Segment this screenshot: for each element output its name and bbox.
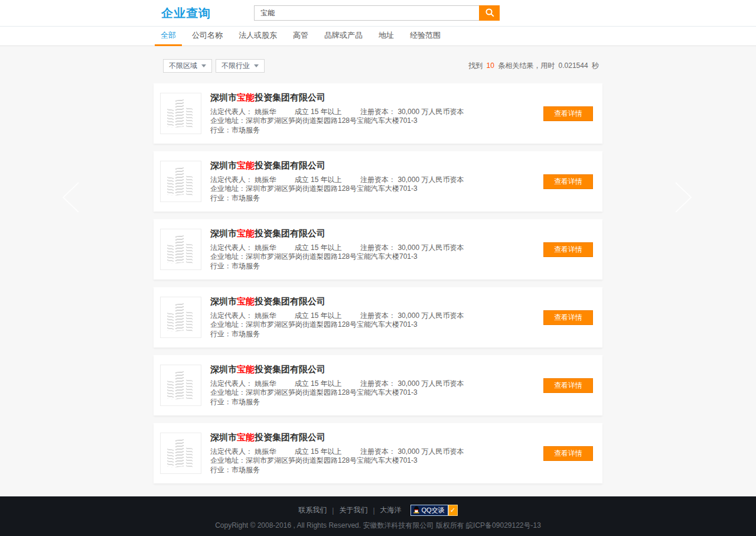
region-filter-dropdown[interactable]: 不限区域 <box>163 59 212 73</box>
app-logo[interactable]: 企业查询 <box>161 5 211 21</box>
company-address-row: 企业地址：深圳市罗湖区笋岗街道梨园路128号宝能汽车大楼701-3 <box>210 116 543 126</box>
founded-years: 成立 15 年以上 <box>295 311 342 320</box>
registered-capital: 注册资本： 30,000 万人民币资本 <box>360 243 464 252</box>
company-info: 深圳市宝能投资集团有限公司 法定代表人： 姚振华 成立 15 年以上 注册资本：… <box>201 364 543 407</box>
tab-item[interactable]: 全部 <box>155 27 182 46</box>
company-info: 深圳市宝能投资集团有限公司 法定代表人： 姚振华 成立 15 年以上 注册资本：… <box>201 92 543 135</box>
footer-link-about[interactable]: 关于我们 <box>339 505 367 515</box>
founded-years: 成立 15 年以上 <box>295 447 342 456</box>
company-meta-row: 法定代表人： 姚振华 成立 15 年以上 注册资本： 30,000 万人民币资本 <box>210 311 543 321</box>
search-input[interactable] <box>254 5 479 21</box>
company-building-icon <box>160 93 201 134</box>
legal-representative: 法定代表人： 姚振华 <box>210 311 276 320</box>
summary-found-label: 找到 <box>468 61 483 70</box>
company-name[interactable]: 深圳市宝能投资集团有限公司 <box>210 92 543 103</box>
company-industry: 市场服务 <box>232 398 260 406</box>
company-address-row: 企业地址：深圳市罗湖区笋岗街道梨园路128号宝能汽车大楼701-3 <box>210 388 543 398</box>
company-name-highlight: 宝能 <box>237 228 255 238</box>
company-name[interactable]: 深圳市宝能投资集团有限公司 <box>210 160 543 171</box>
company-name-prefix: 深圳市 <box>210 364 237 374</box>
company-info: 深圳市宝能投资集团有限公司 法定代表人： 姚振华 成立 15 年以上 注册资本：… <box>201 160 543 203</box>
carousel-right-icon[interactable] <box>670 181 698 216</box>
tab-item[interactable]: 法人或股东 <box>233 27 283 46</box>
footer-separator: | <box>332 506 334 515</box>
company-industry: 市场服务 <box>232 262 260 270</box>
view-details-button[interactable]: 查看详情 <box>543 310 593 325</box>
company-address: 深圳市罗湖区笋岗街道梨园路128号宝能汽车大楼701-3 <box>246 184 418 193</box>
company-address-row: 企业地址：深圳市罗湖区笋岗街道梨园路128号宝能汽车大楼701-3 <box>210 320 543 330</box>
company-name[interactable]: 深圳市宝能投资集团有限公司 <box>210 296 543 307</box>
company-name[interactable]: 深圳市宝能投资集团有限公司 <box>210 364 543 375</box>
registered-capital: 注册资本： 30,000 万人民币资本 <box>360 108 464 116</box>
company-address-row: 企业地址：深圳市罗湖区笋岗街道梨园路128号宝能汽车大楼701-3 <box>210 184 543 194</box>
legal-representative: 法定代表人： 姚振华 <box>210 176 276 184</box>
company-name-suffix: 投资集团有限公司 <box>255 432 325 442</box>
copyright-text: CopyRight © 2008-2016 , All Rights Reser… <box>0 521 756 531</box>
tab-item[interactable]: 经验范围 <box>404 27 447 46</box>
company-building-icon <box>160 229 201 270</box>
company-result-card: 深圳市宝能投资集团有限公司 法定代表人： 姚振华 成立 15 年以上 注册资本：… <box>154 151 602 212</box>
company-building-icon <box>160 161 201 202</box>
tab-item[interactable]: 地址 <box>373 27 400 46</box>
registered-capital: 注册资本： 30,000 万人民币资本 <box>360 311 464 320</box>
company-meta-row: 法定代表人： 姚振华 成立 15 年以上 注册资本： 30,000 万人民币资本 <box>210 379 543 389</box>
company-industry: 市场服务 <box>232 194 260 202</box>
company-address: 深圳市罗湖区笋岗街道梨园路128号宝能汽车大楼701-3 <box>246 116 418 125</box>
company-industry-row: 行业：市场服务 <box>210 262 543 271</box>
company-meta-row: 法定代表人： 姚振华 成立 15 年以上 注册资本： 30,000 万人民币资本 <box>210 108 543 117</box>
company-name-prefix: 深圳市 <box>210 160 237 170</box>
company-building-icon <box>160 433 201 474</box>
header: 企业查询 <box>0 0 756 27</box>
company-name-highlight: 宝能 <box>237 92 255 102</box>
chevron-down-icon <box>254 64 259 67</box>
company-name[interactable]: 深圳市宝能投资集团有限公司 <box>210 432 543 443</box>
founded-years: 成立 15 年以上 <box>295 379 342 388</box>
qq-chat-badge[interactable]: QQ交谈 ✓ <box>410 505 458 516</box>
company-address: 深圳市罗湖区笋岗街道梨园路128号宝能汽车大楼701-3 <box>246 320 418 329</box>
industry-filter-dropdown[interactable]: 不限行业 <box>216 59 265 73</box>
company-industry: 市场服务 <box>232 330 260 338</box>
industry-filter-label: 不限行业 <box>221 61 250 71</box>
search-button[interactable] <box>479 5 500 21</box>
main-content: 不限区域 不限行业 找到 10 条相关结果，用时 0.021544 秒 <box>0 46 756 496</box>
company-name-suffix: 投资集团有限公司 <box>255 92 325 102</box>
qq-check-icon: ✓ <box>448 505 458 516</box>
company-name-suffix: 投资集团有限公司 <box>255 228 325 238</box>
chevron-down-icon <box>201 64 206 67</box>
company-name-highlight: 宝能 <box>237 160 255 170</box>
company-industry: 市场服务 <box>232 126 260 134</box>
results-summary: 找到 10 条相关结果，用时 0.021544 秒 <box>468 61 602 71</box>
company-name-suffix: 投资集团有限公司 <box>255 296 325 306</box>
carousel-left-icon[interactable] <box>56 181 84 216</box>
company-info: 深圳市宝能投资集团有限公司 法定代表人： 姚振华 成立 15 年以上 注册资本：… <box>201 432 543 475</box>
company-meta-row: 法定代表人： 姚振华 成立 15 年以上 注册资本： 30,000 万人民币资本 <box>210 243 543 253</box>
company-industry-row: 行业：市场服务 <box>210 466 543 475</box>
magnifier-icon <box>484 7 495 20</box>
company-meta-row: 法定代表人： 姚振华 成立 15 年以上 注册资本： 30,000 万人民币资本 <box>210 176 543 185</box>
results-count: 10 <box>487 61 494 70</box>
view-details-button[interactable]: 查看详情 <box>543 446 593 461</box>
legal-representative: 法定代表人： 姚振华 <box>210 243 276 252</box>
company-address-row: 企业地址：深圳市罗湖区笋岗街道梨园路128号宝能汽车大楼701-3 <box>210 456 543 466</box>
view-details-button[interactable]: 查看详情 <box>543 106 593 121</box>
company-building-icon <box>160 297 201 338</box>
tab-item[interactable]: 品牌或产品 <box>318 27 369 46</box>
footer-link-contact[interactable]: 联系我们 <box>298 505 327 515</box>
registered-capital: 注册资本： 30,000 万人民币资本 <box>360 379 464 388</box>
tab-item[interactable]: 公司名称 <box>186 27 229 46</box>
view-details-button[interactable]: 查看详情 <box>543 242 593 257</box>
company-name[interactable]: 深圳市宝能投资集团有限公司 <box>210 228 543 239</box>
view-details-button[interactable]: 查看详情 <box>543 174 593 189</box>
view-details-button[interactable]: 查看详情 <box>543 378 593 393</box>
tab-item[interactable]: 高管 <box>287 27 314 46</box>
registered-capital: 注册资本： 30,000 万人民币资本 <box>360 176 464 184</box>
company-result-card: 深圳市宝能投资集团有限公司 法定代表人： 姚振华 成立 15 年以上 注册资本：… <box>154 355 602 415</box>
legal-representative: 法定代表人： 姚振华 <box>210 379 276 388</box>
search-box <box>254 5 500 21</box>
legal-representative: 法定代表人： 姚振华 <box>210 108 276 116</box>
footer-link-ocean[interactable]: 大海洋 <box>380 505 402 515</box>
company-industry-row: 行业：市场服务 <box>210 398 543 407</box>
company-result-card: 深圳市宝能投资集团有限公司 法定代表人： 姚振华 成立 15 年以上 注册资本：… <box>154 83 602 144</box>
registered-capital: 注册资本： 30,000 万人民币资本 <box>360 447 464 456</box>
company-info: 深圳市宝能投资集团有限公司 法定代表人： 姚振华 成立 15 年以上 注册资本：… <box>201 228 543 271</box>
